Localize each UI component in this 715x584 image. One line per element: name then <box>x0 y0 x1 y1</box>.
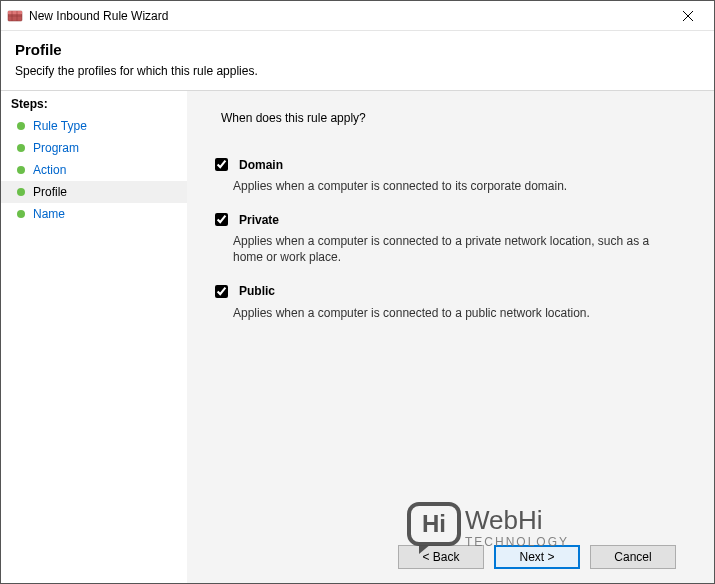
wizard-window: New Inbound Rule Wizard Profile Specify … <box>0 0 715 584</box>
svg-rect-1 <box>8 11 22 14</box>
option-private-desc: Applies when a computer is connected to … <box>233 233 673 265</box>
step-bullet-icon <box>17 144 25 152</box>
step-label: Profile <box>33 185 67 199</box>
option-public-desc: Applies when a computer is connected to … <box>233 305 673 321</box>
option-public: Public Applies when a computer is connec… <box>211 282 690 321</box>
step-label: Name <box>33 207 65 221</box>
checkbox-domain[interactable] <box>215 158 228 171</box>
profile-options: Domain Applies when a computer is connec… <box>211 155 690 337</box>
step-name[interactable]: Name <box>1 203 187 225</box>
checkbox-public[interactable] <box>215 285 228 298</box>
checkbox-private[interactable] <box>215 213 228 226</box>
prompt-text: When does this rule apply? <box>221 111 690 125</box>
firewall-icon <box>7 8 23 24</box>
step-bullet-icon <box>17 166 25 174</box>
option-public-row[interactable]: Public <box>211 282 690 301</box>
step-profile[interactable]: Profile <box>1 181 187 203</box>
svg-text:WebHi: WebHi <box>465 505 543 535</box>
page-title: Profile <box>15 41 700 58</box>
option-private-row[interactable]: Private <box>211 210 690 229</box>
option-domain-desc: Applies when a computer is connected to … <box>233 178 673 194</box>
step-label: Rule Type <box>33 119 87 133</box>
step-label: Program <box>33 141 79 155</box>
titlebar: New Inbound Rule Wizard <box>1 1 714 31</box>
back-button[interactable]: < Back <box>398 545 484 569</box>
main-panel: When does this rule apply? Domain Applie… <box>187 91 714 583</box>
body: Steps: Rule Type Program Action Profile … <box>1 91 714 583</box>
step-bullet-icon <box>17 210 25 218</box>
cancel-button[interactable]: Cancel <box>590 545 676 569</box>
option-public-label: Public <box>239 284 275 298</box>
step-program[interactable]: Program <box>1 137 187 159</box>
step-rule-type[interactable]: Rule Type <box>1 115 187 137</box>
page-subtitle: Specify the profiles for which this rule… <box>15 64 700 78</box>
step-bullet-icon <box>17 188 25 196</box>
svg-text:Hi: Hi <box>422 510 446 537</box>
option-private: Private Applies when a computer is conne… <box>211 210 690 265</box>
close-button[interactable] <box>668 2 708 30</box>
option-domain-label: Domain <box>239 158 283 172</box>
header: Profile Specify the profiles for which t… <box>1 31 714 91</box>
step-label: Action <box>33 163 66 177</box>
next-button[interactable]: Next > <box>494 545 580 569</box>
step-bullet-icon <box>17 122 25 130</box>
window-title: New Inbound Rule Wizard <box>29 9 668 23</box>
option-domain: Domain Applies when a computer is connec… <box>211 155 690 194</box>
option-private-label: Private <box>239 213 279 227</box>
option-domain-row[interactable]: Domain <box>211 155 690 174</box>
steps-sidebar: Steps: Rule Type Program Action Profile … <box>1 91 187 583</box>
footer-buttons: < Back Next > Cancel <box>211 535 690 583</box>
step-action[interactable]: Action <box>1 159 187 181</box>
steps-title: Steps: <box>1 95 187 115</box>
